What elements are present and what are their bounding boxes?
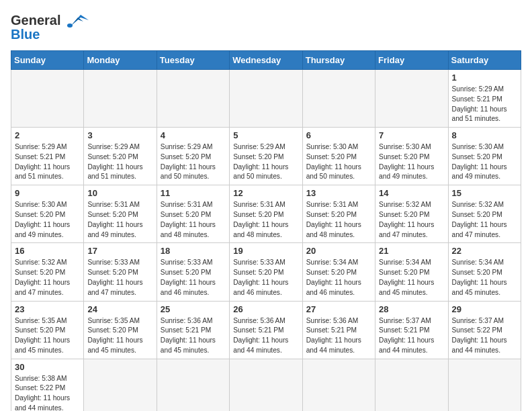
day-number: 15 (452, 188, 517, 198)
day-info: Sunrise: 5:36 AMSunset: 5:21 PMDaylight:… (233, 316, 298, 356)
week-row-3: 9Sunrise: 5:30 AMSunset: 5:20 PMDaylight… (11, 185, 521, 243)
calendar-cell: 26Sunrise: 5:36 AMSunset: 5:21 PMDayligh… (230, 301, 302, 359)
week-row-6: 30Sunrise: 5:38 AMSunset: 5:22 PMDayligh… (11, 359, 521, 411)
day-number: 16 (15, 246, 80, 256)
weekday-header-row: SundayMondayTuesdayWednesdayThursdayFrid… (11, 51, 521, 70)
header: General Blue (11, 11, 521, 42)
calendar-cell: 21Sunrise: 5:34 AMSunset: 5:20 PMDayligh… (375, 243, 448, 301)
day-number: 3 (87, 130, 152, 140)
calendar-cell: 17Sunrise: 5:33 AMSunset: 5:20 PMDayligh… (84, 243, 157, 301)
day-info: Sunrise: 5:30 AMSunset: 5:20 PMDaylight:… (379, 142, 444, 182)
calendar-cell: 29Sunrise: 5:37 AMSunset: 5:22 PMDayligh… (448, 301, 521, 359)
day-number: 25 (161, 304, 226, 314)
day-info: Sunrise: 5:35 AMSunset: 5:20 PMDaylight:… (87, 316, 152, 356)
weekday-header-friday: Friday (375, 51, 448, 70)
day-number: 12 (233, 188, 298, 198)
day-info: Sunrise: 5:33 AMSunset: 5:20 PMDaylight:… (161, 258, 226, 298)
day-info: Sunrise: 5:31 AMSunset: 5:20 PMDaylight:… (233, 200, 298, 240)
calendar-cell: 15Sunrise: 5:32 AMSunset: 5:20 PMDayligh… (448, 185, 521, 243)
day-info: Sunrise: 5:29 AMSunset: 5:20 PMDaylight:… (233, 142, 298, 182)
day-info: Sunrise: 5:29 AMSunset: 5:21 PMDaylight:… (15, 142, 80, 182)
calendar-cell: 27Sunrise: 5:36 AMSunset: 5:21 PMDayligh… (302, 301, 375, 359)
svg-marker-1 (71, 17, 83, 26)
day-info: Sunrise: 5:35 AMSunset: 5:20 PMDaylight:… (15, 316, 80, 356)
day-number: 7 (379, 130, 444, 140)
calendar-cell (230, 70, 302, 128)
day-info: Sunrise: 5:38 AMSunset: 5:22 PMDaylight:… (15, 374, 80, 411)
day-info: Sunrise: 5:37 AMSunset: 5:22 PMDaylight:… (452, 316, 517, 356)
calendar-cell: 16Sunrise: 5:32 AMSunset: 5:20 PMDayligh… (11, 243, 84, 301)
day-number: 5 (233, 130, 298, 140)
day-number: 26 (233, 304, 298, 314)
day-number: 19 (233, 246, 298, 256)
calendar-cell: 1Sunrise: 5:29 AMSunset: 5:21 PMDaylight… (448, 70, 521, 128)
calendar-cell (157, 359, 229, 411)
calendar-cell: 7Sunrise: 5:30 AMSunset: 5:20 PMDaylight… (375, 128, 448, 185)
logo-blue-text: Blue (11, 27, 40, 42)
day-info: Sunrise: 5:30 AMSunset: 5:20 PMDaylight:… (306, 142, 371, 182)
calendar-cell (375, 70, 448, 128)
day-info: Sunrise: 5:33 AMSunset: 5:20 PMDaylight:… (233, 258, 298, 298)
day-number: 4 (161, 130, 226, 140)
calendar-cell (230, 359, 302, 411)
day-number: 11 (161, 188, 226, 198)
day-number: 18 (161, 246, 226, 256)
calendar-cell: 12Sunrise: 5:31 AMSunset: 5:20 PMDayligh… (230, 185, 302, 243)
weekday-header-wednesday: Wednesday (230, 51, 302, 70)
calendar-cell (375, 359, 448, 411)
day-info: Sunrise: 5:29 AMSunset: 5:20 PMDaylight:… (87, 142, 152, 182)
calendar-cell: 10Sunrise: 5:31 AMSunset: 5:20 PMDayligh… (84, 185, 157, 243)
calendar-cell: 14Sunrise: 5:32 AMSunset: 5:20 PMDayligh… (375, 185, 448, 243)
calendar-cell: 22Sunrise: 5:34 AMSunset: 5:20 PMDayligh… (448, 243, 521, 301)
weekday-header-tuesday: Tuesday (157, 51, 229, 70)
calendar-cell (448, 359, 521, 411)
day-info: Sunrise: 5:29 AMSunset: 5:21 PMDaylight:… (452, 85, 517, 124)
day-number: 20 (306, 246, 371, 256)
day-number: 10 (87, 188, 152, 198)
calendar-cell: 23Sunrise: 5:35 AMSunset: 5:20 PMDayligh… (11, 301, 84, 359)
calendar-cell: 9Sunrise: 5:30 AMSunset: 5:20 PMDaylight… (11, 185, 84, 243)
calendar-cell (157, 70, 229, 128)
day-info: Sunrise: 5:34 AMSunset: 5:20 PMDaylight:… (452, 258, 517, 298)
day-number: 13 (306, 188, 371, 198)
day-number: 28 (379, 304, 444, 314)
calendar-cell: 4Sunrise: 5:29 AMSunset: 5:20 PMDaylight… (157, 128, 229, 185)
calendar-cell: 3Sunrise: 5:29 AMSunset: 5:20 PMDaylight… (84, 128, 157, 185)
day-info: Sunrise: 5:36 AMSunset: 5:21 PMDaylight:… (161, 316, 226, 356)
week-row-4: 16Sunrise: 5:32 AMSunset: 5:20 PMDayligh… (11, 243, 521, 301)
day-info: Sunrise: 5:36 AMSunset: 5:21 PMDaylight:… (306, 316, 371, 356)
day-number: 9 (15, 188, 80, 198)
svg-point-2 (67, 24, 73, 28)
weekday-header-thursday: Thursday (302, 51, 375, 70)
week-row-2: 2Sunrise: 5:29 AMSunset: 5:21 PMDaylight… (11, 128, 521, 185)
day-info: Sunrise: 5:32 AMSunset: 5:20 PMDaylight:… (452, 200, 517, 240)
day-number: 23 (15, 304, 80, 314)
day-info: Sunrise: 5:29 AMSunset: 5:20 PMDaylight:… (161, 142, 226, 182)
calendar-cell: 5Sunrise: 5:29 AMSunset: 5:20 PMDaylight… (230, 128, 302, 185)
day-number: 14 (379, 188, 444, 198)
logo-general-text: General (11, 13, 60, 28)
calendar-cell (84, 70, 157, 128)
calendar-cell: 6Sunrise: 5:30 AMSunset: 5:20 PMDaylight… (302, 128, 375, 185)
day-number: 24 (87, 304, 152, 314)
day-info: Sunrise: 5:32 AMSunset: 5:20 PMDaylight:… (379, 200, 444, 240)
day-info: Sunrise: 5:30 AMSunset: 5:20 PMDaylight:… (15, 200, 80, 240)
day-info: Sunrise: 5:31 AMSunset: 5:20 PMDaylight:… (87, 200, 152, 240)
day-number: 21 (379, 246, 444, 256)
day-info: Sunrise: 5:33 AMSunset: 5:20 PMDaylight:… (87, 258, 152, 298)
week-row-1: 1Sunrise: 5:29 AMSunset: 5:21 PMDaylight… (11, 70, 521, 128)
day-info: Sunrise: 5:30 AMSunset: 5:20 PMDaylight:… (452, 142, 517, 182)
day-number: 6 (306, 130, 371, 140)
calendar-cell: 20Sunrise: 5:34 AMSunset: 5:20 PMDayligh… (302, 243, 375, 301)
day-number: 1 (452, 73, 517, 83)
calendar-cell: 8Sunrise: 5:30 AMSunset: 5:20 PMDaylight… (448, 128, 521, 185)
weekday-header-sunday: Sunday (11, 51, 84, 70)
weekday-header-saturday: Saturday (448, 51, 521, 70)
calendar-cell (302, 359, 375, 411)
calendar-cell (11, 70, 84, 128)
logo-bird-icon (63, 11, 89, 30)
calendar-cell: 28Sunrise: 5:37 AMSunset: 5:21 PMDayligh… (375, 301, 448, 359)
calendar-cell: 11Sunrise: 5:31 AMSunset: 5:20 PMDayligh… (157, 185, 229, 243)
calendar: SundayMondayTuesdayWednesdayThursdayFrid… (11, 50, 521, 411)
day-info: Sunrise: 5:31 AMSunset: 5:20 PMDaylight:… (306, 200, 371, 240)
